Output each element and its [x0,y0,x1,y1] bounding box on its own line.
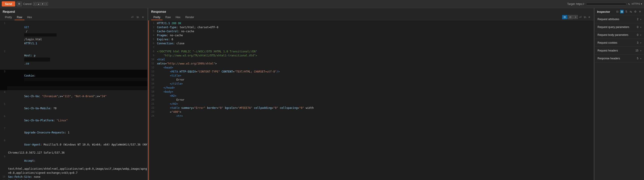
inspector-view-btn-1[interactable]: ⊟ [616,10,619,14]
nav-down-button[interactable]: ▾ [41,2,44,6]
send-button[interactable]: Send [2,1,15,7]
resp-line-num-8: 8 [149,50,156,54]
inspector-settings-btn[interactable]: ⚙ [634,10,637,14]
request-line-6: 6 Sec-Ch-Ua-Platform: "Linux" [0,114,147,126]
tab-request-raw[interactable]: Raw [14,15,24,20]
resp-line-content-10: <html [156,58,594,62]
line-num-11: 11 [0,179,7,180]
inspector-item-count-body-params: 0 [637,33,638,37]
resp-line-content-17: </head> [156,86,594,90]
resp-line-num-11: 11 [149,62,156,66]
resp-line-num-20: 20 [149,98,156,102]
request-ln-btn[interactable]: ln [136,15,140,19]
nav-fwd-button[interactable]: › [45,2,48,6]
tab-response-hex[interactable]: Hex [173,15,182,20]
response-line-8: 8 <!DOCTYPE html PUBLIC "-//W3C//DTD XHT… [149,50,594,54]
chevron-down-icon-0: ▾ [640,18,641,21]
line-num-9c [0,171,7,175]
cancel-button[interactable]: Cancel [23,3,32,6]
line-content-1: GET / /login.html HTTP/1.1 [7,21,147,50]
tab-request-hex[interactable]: Hex [25,15,34,20]
resp-line-content-8: <!DOCTYPE html PUBLIC "-//W3C//DTD XHTML… [156,50,594,54]
nav-back-button[interactable]: ‹ [33,2,36,6]
inspector-item-count-req-headers: 15 [636,49,638,52]
inspector-item-cookies[interactable]: Request cookies 3 ▾ [595,39,644,47]
request-line-8b: Chrome/113.0.5672.127 Safari/537.36 [0,151,147,155]
line-content-5: Sec-Ch-Ua-Mobile: ?0 [7,102,147,114]
inspector-item-request-headers[interactable]: Request headers 15 ▾ [595,47,644,55]
request-code-area[interactable]: 1 GET / /login.html HTTP/1.1 2 Host: p [0,20,147,180]
tab-request-pretty[interactable]: Pretty [3,15,14,20]
request-tab-bar: Pretty Raw Hex ⏎ ln ≡ [3,15,145,20]
response-line-21: 21 </H2> [149,102,594,106]
line-num-3b [0,86,7,90]
resp-line-content-14: <title> [156,74,594,78]
request-wrap-btn[interactable]: ⏎ [130,15,134,19]
inspector-item-query-params[interactable]: Request query parameters 0 ▾ [595,23,644,31]
request-line-9b: text/html,application/xhtml+xml,applicat… [0,167,147,171]
inspector-item-body-params[interactable]: Request body parameters 0 ▾ [595,31,644,39]
tab-response-raw[interactable]: Raw [163,15,173,20]
response-panel-header: Response Pretty Raw Hex Render ⊟ ⊟ ≡ ⏎ l… [148,8,594,20]
line-num-4: 4 [0,90,7,102]
response-line-6: 6 Connection: close [149,41,594,46]
resp-line-num-10: 10 [149,58,156,62]
line-content-8: User-Agent: Mozilla/5.0 (Windows NT 10.0… [7,139,147,151]
inspector-item-count-cookies: 3 [637,41,638,44]
response-line-14: 14 <title> [149,74,594,78]
line-num-6: 6 [0,114,7,126]
resp-line-content-13: <META HTTP-EQUIV="CONTENT-TYPE" CONTENT=… [156,70,594,74]
response-line-1: 1 HTTP/1.1 200 OK [149,21,594,25]
resp-line-content-24: <tr> [156,114,594,118]
resp-line-num-4: 4 [149,33,156,37]
request-line-11: 11 Sec-Fetch-Mode: navigate [0,179,147,180]
inspector-close-btn[interactable]: ✕ [638,10,642,14]
request-line-4: 4 Sec-Ch-Ua: "Chromium";v="113", "Not-A-… [0,90,147,102]
nav-arrows: ‹ ▴ ▾ › [33,2,48,6]
settings-button[interactable]: ⚙ [16,2,22,6]
inspector-item-label-req-headers: Request headers [598,49,636,52]
response-line-20: 20 Error [149,98,594,102]
request-menu-btn[interactable]: ≡ [141,15,145,19]
response-line-7: 7 [149,46,594,50]
tab-response-render[interactable]: Render [183,15,196,20]
line-num-7: 7 [0,126,7,139]
resp-line-content-20: Error [156,98,594,102]
inspector-item-response-headers[interactable]: Response headers 5 ▾ [595,55,644,63]
protocol-badge[interactable]: HTTP/1 ▾ [632,3,642,5]
line-content-9b: text/html,application/xhtml+xml,applicat… [7,167,147,171]
resp-line-num-14: 14 [149,74,156,78]
request-line-5: 5 Sec-Ch-Ua-Mobile: ?0 [0,102,147,114]
response-menu-btn[interactable]: ≡ [588,15,591,19]
response-view-modes: ⊟ ⊟ ≡ ⏎ ln ≡ [562,15,591,20]
view-mode-hex-btn[interactable]: ≡ [573,15,578,19]
nav-up-button[interactable]: ▴ [37,2,40,6]
resp-line-content-1: HTTP/1.1 200 OK [156,21,594,25]
request-line-10: 10 Sec-Fetch-Site: none [0,175,147,179]
view-mode-raw-btn[interactable]: ⊟ [568,15,573,19]
resp-line-content-11: xmlns="http://www.w3.org/1999/xhtml"> [156,62,594,66]
response-ln-btn[interactable]: ln [583,15,587,19]
tab-response-pretty[interactable]: Pretty [151,15,162,20]
response-wrap-btn[interactable]: ⏎ [578,15,582,19]
resp-line-content-23: ="400"> [156,110,594,114]
line-num-5: 5 [0,102,7,114]
line-num-3: 3 [0,70,7,86]
response-code-area[interactable]: 1 HTTP/1.1 200 OK 2 Content-Type: text/h… [148,20,594,180]
inspector-filter-btn[interactable]: ⇅ [624,10,628,14]
line-content-3: Cookie: [7,70,147,86]
view-mode-pretty-btn[interactable]: ⊟ [562,15,567,19]
inspector-item-count-query-params: 0 [637,26,638,29]
inspector-item-count-resp-headers: 5 [637,57,638,60]
edit-icon[interactable]: ✎ [628,2,630,6]
inspector-view-btn-2[interactable]: ⊞ [620,10,624,14]
chevron-down-icon-1: ▾ [640,26,641,29]
request-line-1: 1 GET / /login.html HTTP/1.1 [0,21,147,50]
chevron-down-icon-3: ▾ [640,42,641,44]
resp-line-content-9: "http://www.w3.org/TR/xhtml1/DTD/xhtml1-… [156,54,594,58]
resp-line-num-2: 2 [149,25,156,29]
request-line-9c: =0.8,application/signed-exchange;v=b3;q=… [0,171,147,175]
line-num-8b [0,151,7,155]
inspector-item-request-attributes[interactable]: Request attributes 2 ▾ [595,16,644,23]
inspector-collapse-btn[interactable]: ⇆ [629,10,632,14]
